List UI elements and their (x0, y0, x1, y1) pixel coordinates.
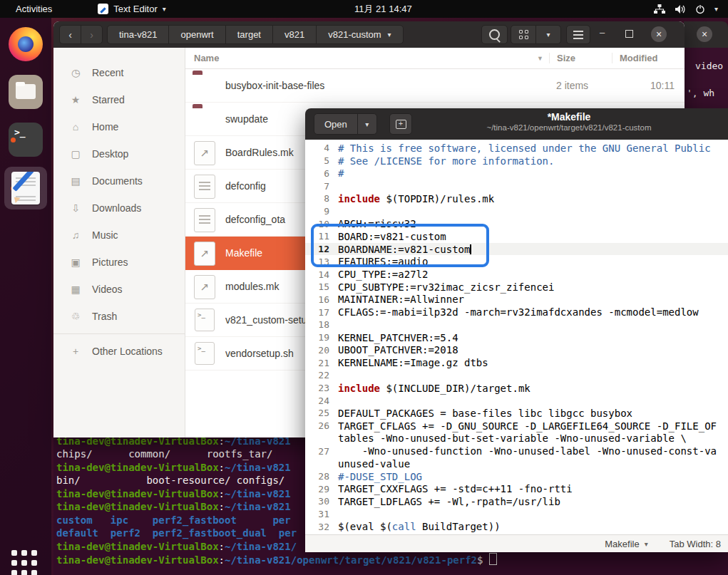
sidebar-item-pictures[interactable]: ▣Pictures (53, 249, 185, 276)
line-number: 20 (305, 345, 334, 356)
line-number: 29 (305, 484, 334, 494)
dock-item-terminal[interactable]: >_ (9, 123, 43, 157)
grid-dot (31, 560, 37, 566)
view-options-button[interactable]: ▾ (535, 26, 560, 43)
dock-item-text-editor[interactable] (9, 171, 43, 205)
breadcrumb-tina-v821[interactable]: tina-v821 (108, 26, 169, 43)
terminal-text: : (219, 488, 225, 499)
sidebar-item-downloads[interactable]: ⇩Downloads (53, 195, 185, 222)
show-applications-button[interactable] (11, 550, 40, 575)
terminal-text: tina-dev@tinadev-VirtualBox (56, 501, 219, 512)
close-icon[interactable]: × (697, 26, 712, 42)
sidebar-item-label: Recent (92, 67, 123, 78)
terminal-line: tina-dev@tinadev-VirtualBox:~/tina-v821 (56, 487, 291, 500)
clock[interactable]: 11月 21 14:47 (354, 3, 412, 16)
sidebar-item-other-locations[interactable]: +Other Locations (53, 338, 185, 365)
line-number: 5 (305, 155, 334, 166)
breadcrumb-target[interactable]: target (226, 26, 273, 43)
editor-line-7: 7 (305, 180, 728, 192)
file-glyph: ↗ (194, 141, 215, 165)
line (16, 200, 36, 201)
activities-button[interactable]: Activities (11, 2, 56, 16)
line (16, 196, 36, 197)
open-dropdown-button[interactable]: ▾ (357, 114, 376, 134)
editor-line-wrap: tables -Wno-unused-but-set-variable -Wno… (305, 432, 728, 445)
line-number: 4 (305, 143, 334, 153)
new-document-button[interactable]: + (389, 113, 412, 135)
editor-line-17: 17CFLAGS:=-mabi=ilp32d -march=rv32imafdc… (305, 306, 728, 318)
line-text: -Wno-unused-function -Wno-unused-label -… (334, 445, 717, 457)
grid-dot (21, 560, 27, 566)
line-text: TARGET_CFLAGS += -D_GNU_SOURCE -D_LARGEF… (334, 420, 717, 432)
sidebar-item-music[interactable]: ♫Music (53, 222, 185, 249)
app-menu[interactable]: Text Editor ▾ (98, 4, 165, 14)
column-name[interactable]: Name▼ (185, 53, 549, 63)
terminal-text: custom ipc perf2_fastboot per (56, 514, 291, 526)
line-number: 24 (305, 395, 334, 406)
editor-line-20: 20UBOOT_PATCHVER:=2018 (305, 344, 728, 357)
language-selector[interactable]: Makefile▾ (605, 539, 647, 549)
breadcrumb-label: target (237, 29, 261, 40)
folder-icon (193, 73, 217, 98)
text-icon (193, 174, 217, 198)
breadcrumb-v821[interactable]: v821 (273, 26, 317, 43)
terminal-text: : (219, 501, 225, 512)
text-editor-icon (11, 172, 40, 204)
recent-icon: ◷ (69, 67, 82, 78)
file-row-busybox-init-base-files[interactable]: busybox-init-base-files2 items10:11 (185, 69, 685, 103)
terminal-text: ~/tina-v821/ (225, 541, 297, 552)
makefile-icon: ↗ (193, 140, 217, 165)
sidebar-item-label: Documents (92, 175, 143, 187)
sidebar-item-recent[interactable]: ◷Recent (53, 59, 185, 86)
sidebar-item-videos[interactable]: ▦Videos (53, 276, 185, 303)
sidebar-item-trash[interactable]: ♲Trash (53, 303, 185, 330)
editor-text-area[interactable]: 4# This is free software, licensed under… (305, 140, 728, 537)
dock-item-firefox[interactable] (9, 27, 43, 61)
trash-icon: ♲ (69, 311, 82, 322)
folder-icon (193, 107, 217, 131)
editor-line-4: 4# This is free software, licensed under… (305, 142, 728, 155)
network-icon (654, 4, 665, 14)
text-editor-icon (98, 4, 108, 14)
sidebar-item-label: Downloads (92, 202, 141, 214)
sidebar-item-documents[interactable]: ▤Documents (53, 167, 185, 195)
tab-width-selector[interactable]: Tab Width: 8 (670, 539, 721, 549)
menu-button[interactable] (566, 25, 590, 44)
sidebar-item-home[interactable]: ⌂Home (53, 113, 185, 140)
grid-dot (31, 570, 37, 575)
line-text: # (334, 167, 344, 179)
file-glyph: ↗ (194, 242, 215, 266)
sidebar-item-desktop[interactable]: ▢Desktop (53, 140, 185, 167)
search-icon (489, 29, 500, 40)
editor-title-block: *Makefile ~/tina-v821/openwrt/target/v82… (426, 111, 712, 132)
breadcrumb-openwrt[interactable]: openwrt (169, 26, 225, 43)
open-button[interactable]: Open (314, 114, 357, 134)
highlight-annotation (311, 224, 489, 267)
close-button[interactable]: × (651, 26, 667, 42)
system-tray[interactable]: ▾ (654, 0, 718, 18)
breadcrumb-v821-custom[interactable]: v821-custom▾ (317, 26, 402, 43)
back-button[interactable]: ‹ (60, 29, 81, 41)
dock-item-files[interactable] (9, 75, 43, 109)
breadcrumb-label: tina-v821 (119, 29, 157, 40)
documents-icon: ▤ (69, 175, 82, 187)
grid-icon (519, 30, 528, 39)
editor-headerbar: Open ▾ + *Makefile ~/tina-v821/openwrt/t… (305, 108, 728, 140)
line (16, 181, 36, 182)
column-modified[interactable]: Modified (612, 53, 685, 63)
grid-view-button[interactable] (511, 26, 535, 43)
line-text: KERNELNAME:=Image.gz dtbs (334, 357, 488, 368)
maximize-button[interactable] (625, 30, 633, 38)
column-size[interactable]: Size (549, 53, 612, 63)
line-text: tables -Wno-unused-but-set-variable -Wno… (334, 432, 687, 444)
line-number: 28 (305, 471, 334, 482)
prompt-glyph: >_ (14, 127, 26, 138)
minimize-button[interactable]: – (600, 27, 605, 38)
nav-buttons: ‹ › (59, 25, 103, 44)
forward-button[interactable]: › (81, 26, 102, 43)
makefile-icon: ↗ (193, 241, 217, 265)
breadcrumb-label: v821 (284, 29, 304, 40)
line-text: TARGET_CXXFLAGS += -std=c++11 -fno-rtti (334, 483, 573, 494)
search-button[interactable] (481, 25, 508, 44)
sidebar-item-starred[interactable]: ★Starred (53, 86, 185, 113)
